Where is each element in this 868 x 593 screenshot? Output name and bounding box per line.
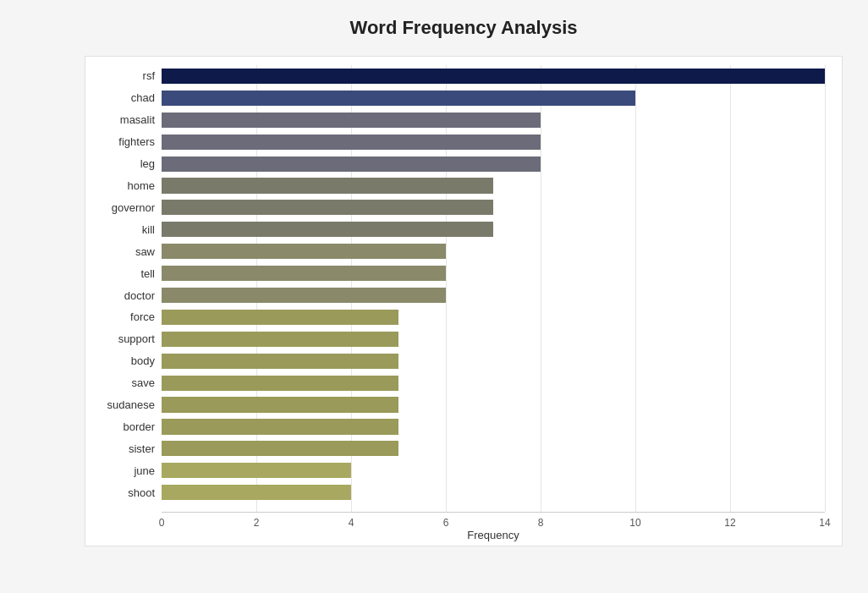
bar-label: sudanese (94, 398, 162, 411)
bar-label: force (94, 310, 162, 323)
bar-row: chad (94, 87, 825, 109)
x-tick: 2 (254, 517, 260, 529)
bar-track (162, 354, 825, 369)
bar-track (162, 485, 825, 500)
bar-row: support (94, 328, 825, 350)
bars-wrapper: rsfchadmasalitfightersleghomegovernorkil… (85, 57, 842, 512)
bar-label: june (94, 464, 162, 477)
bar-track (162, 244, 825, 259)
bar-track (162, 376, 825, 391)
bar-fill (162, 485, 351, 500)
bar-track (162, 441, 825, 456)
x-tick: 14 (819, 517, 830, 529)
bar-row: leg (94, 153, 825, 175)
bar-label: chad (94, 91, 162, 104)
bar-fill (162, 288, 446, 303)
bar-row: doctor (94, 284, 825, 306)
bar-label: shoot (94, 486, 162, 499)
bar-row: masalit (94, 109, 825, 131)
bar-label: tell (94, 267, 162, 280)
x-tick: 8 (538, 517, 544, 529)
bar-label: save (94, 376, 162, 389)
bar-track (162, 91, 825, 106)
bar-label: masalit (94, 113, 162, 126)
bar-row: force (94, 306, 825, 328)
bar-track (162, 310, 825, 325)
bar-fill (162, 244, 446, 259)
bar-fill (162, 222, 493, 237)
bar-row: shoot (94, 481, 825, 503)
bar-track (162, 332, 825, 347)
chart-title: Word Frequency Analysis (85, 17, 843, 39)
bar-fill (162, 463, 351, 478)
bar-fill (162, 91, 635, 106)
bar-fill (162, 156, 541, 172)
bar-fill (162, 419, 398, 434)
x-axis-label: Frequency (467, 529, 519, 541)
bar-track (162, 113, 825, 128)
bar-label: saw (94, 245, 162, 258)
bar-track (162, 222, 825, 237)
bar-fill (162, 200, 493, 215)
bar-row: border (94, 416, 825, 438)
bar-label: leg (94, 157, 162, 170)
bar-row: rsf (94, 65, 825, 87)
bar-row: governor (94, 196, 825, 218)
x-tick: 12 (724, 517, 735, 529)
bar-label: doctor (94, 289, 162, 302)
bar-row: home (94, 175, 825, 197)
bar-fill (162, 441, 398, 456)
x-tick: 0 (159, 517, 165, 529)
bar-row: kill (94, 218, 825, 240)
bar-fill (162, 354, 398, 369)
bar-label: border (94, 420, 162, 433)
bar-fill (162, 69, 825, 84)
bar-fill (162, 178, 493, 193)
bar-row: save (94, 372, 825, 394)
bar-fill (162, 113, 541, 128)
x-tick: 4 (349, 517, 354, 529)
bar-label: home (94, 179, 162, 192)
bar-fill (162, 397, 398, 412)
bar-label: governor (94, 201, 162, 214)
chart-area: rsfchadmasalitfightersleghomegovernorkil… (85, 56, 843, 546)
bar-row: sudanese (94, 394, 825, 416)
x-tick: 10 (629, 517, 640, 529)
bar-label: support (94, 332, 162, 345)
bar-row: tell (94, 262, 825, 284)
x-axis: Frequency 02468101214 (162, 512, 825, 546)
bar-label: fighters (94, 135, 162, 148)
bar-fill (162, 332, 398, 347)
bar-fill (162, 376, 398, 391)
bar-label: rsf (94, 69, 162, 82)
chart-container: Word Frequency Analysis rsfchadmasalitfi… (0, 0, 868, 593)
bar-row: sister (94, 437, 825, 459)
bar-track (162, 69, 825, 84)
bar-label: body (94, 354, 162, 367)
bar-label: sister (94, 442, 162, 455)
bar-row: june (94, 459, 825, 481)
bar-track (162, 200, 825, 215)
bar-track (162, 419, 825, 434)
bar-fill (162, 135, 541, 150)
bar-row: fighters (94, 131, 825, 153)
bar-track (162, 463, 825, 478)
bar-fill (162, 310, 398, 325)
bar-track (162, 135, 825, 150)
bar-row: saw (94, 240, 825, 262)
bar-track (162, 288, 825, 303)
bar-track (162, 397, 825, 412)
bar-track (162, 266, 825, 281)
bar-track (162, 156, 825, 172)
bar-label: kill (94, 223, 162, 236)
x-tick: 6 (443, 517, 449, 529)
bar-fill (162, 266, 446, 281)
bar-track (162, 178, 825, 193)
bar-row: body (94, 350, 825, 372)
